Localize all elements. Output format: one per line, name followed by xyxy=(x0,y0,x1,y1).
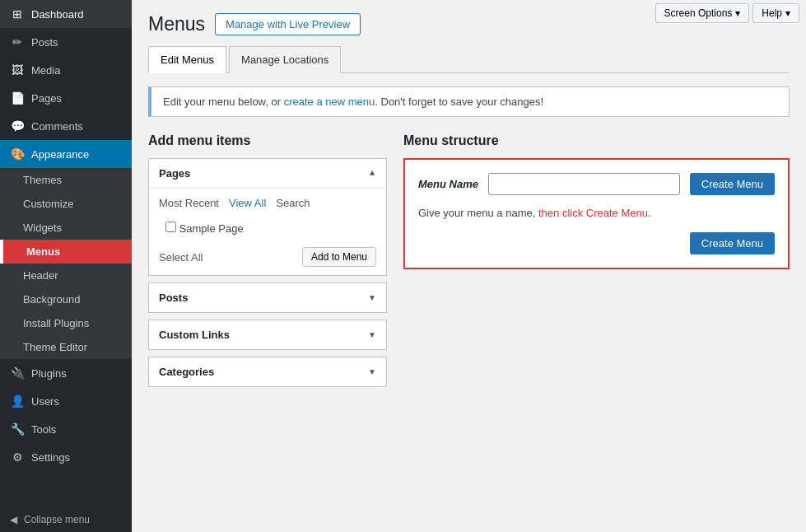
sidebar-item-background[interactable]: Background xyxy=(0,287,132,311)
posts-accordion: Posts ▼ xyxy=(148,282,387,313)
sidebar-item-header[interactable]: Header xyxy=(0,264,132,287)
sample-page-label: Sample Page xyxy=(179,222,244,235)
sidebar-item-comments[interactable]: 💬 Comments xyxy=(0,112,132,140)
sidebar-item-label: Tools xyxy=(31,423,56,436)
content-columns: Add menu items Pages ▼ Most Recent View … xyxy=(148,133,790,394)
create-menu-button-bottom[interactable]: Create Menu xyxy=(690,232,775,254)
posts-chevron-icon: ▼ xyxy=(368,293,376,302)
sidebar-item-label: Appearance xyxy=(31,148,89,161)
menu-hint-after: . xyxy=(648,207,651,219)
custom-links-chevron-icon: ▼ xyxy=(368,330,376,339)
collapse-icon: ◀ xyxy=(10,514,17,525)
appearance-submenu: Themes Customize Widgets Menus Header Ba… xyxy=(0,168,132,359)
pages-tabs: Most Recent View All Search xyxy=(159,197,376,209)
menu-structure-box: Menu Name Create Menu Give your menu a n… xyxy=(403,158,790,269)
sidebar-item-media[interactable]: 🖼 Media xyxy=(0,56,132,84)
pages-tab-most-recent[interactable]: Most Recent xyxy=(159,197,219,209)
pages-actions: Select All Add to Menu xyxy=(159,247,376,267)
menu-name-label: Menu Name xyxy=(418,178,478,190)
sidebar-item-settings[interactable]: ⚙ Settings xyxy=(0,443,132,471)
collapse-menu[interactable]: ◀ Collapse menu xyxy=(0,507,132,532)
live-preview-button[interactable]: Manage with Live Preview xyxy=(215,13,361,35)
topbar: Screen Options ▾ Help ▾ xyxy=(649,0,806,26)
posts-icon: ✏ xyxy=(10,35,25,49)
add-to-menu-button[interactable]: Add to Menu xyxy=(302,247,376,267)
help-button[interactable]: Help ▾ xyxy=(752,3,799,23)
select-all-link[interactable]: Select All xyxy=(159,251,203,264)
pages-accordion-header[interactable]: Pages ▼ xyxy=(149,159,386,188)
sidebar-item-widgets[interactable]: Widgets xyxy=(0,216,132,240)
sidebar-item-label: Posts xyxy=(31,36,58,49)
dashboard-icon: ⊞ xyxy=(10,7,25,21)
sidebar-item-posts[interactable]: ✏ Posts xyxy=(0,28,132,56)
menu-hint-before: Give your menu a name, xyxy=(418,207,538,219)
right-column: Menu structure Menu Name Create Menu Giv… xyxy=(403,133,790,394)
pages-tab-view-all[interactable]: View All xyxy=(229,197,266,209)
posts-accordion-label: Posts xyxy=(159,292,188,304)
sidebar-item-tools[interactable]: 🔧 Tools xyxy=(0,415,132,443)
plugins-icon: 🔌 xyxy=(10,366,25,380)
custom-links-accordion-header[interactable]: Custom Links ▼ xyxy=(149,320,386,349)
sidebar-item-menus[interactable]: Menus xyxy=(0,240,132,264)
create-menu-bottom-row: Create Menu xyxy=(418,232,775,254)
menu-hint-highlight: then click Create Menu xyxy=(538,207,648,219)
tab-manage-locations[interactable]: Manage Locations xyxy=(229,46,341,73)
appearance-icon: 🎨 xyxy=(10,147,25,161)
sidebar-item-pages[interactable]: 📄 Pages xyxy=(0,84,132,112)
pages-list-item: Sample Page xyxy=(159,217,376,239)
pages-icon: 📄 xyxy=(10,91,25,105)
pages-chevron-icon: ▼ xyxy=(368,169,376,178)
create-new-menu-link[interactable]: create a new menu xyxy=(284,96,375,108)
tab-edit-menus[interactable]: Edit Menus xyxy=(148,46,226,73)
chevron-down-icon-help: ▾ xyxy=(785,7,790,19)
sidebar-item-appearance[interactable]: 🎨 Appearance xyxy=(0,140,132,168)
sidebar-item-label: Settings xyxy=(31,451,70,464)
settings-icon: ⚙ xyxy=(10,450,25,464)
categories-accordion-label: Categories xyxy=(159,366,214,378)
info-bar-text-before: Edit your menu below, or xyxy=(163,96,284,108)
page-title: Menus xyxy=(148,13,205,35)
categories-accordion-header[interactable]: Categories ▼ xyxy=(149,357,386,386)
info-bar-text-after: . Don't forget to save your changes! xyxy=(375,96,543,108)
sidebar-item-label: Dashboard xyxy=(31,8,84,21)
left-column: Add menu items Pages ▼ Most Recent View … xyxy=(148,133,387,394)
sidebar-item-plugins[interactable]: 🔌 Plugins xyxy=(0,359,132,387)
categories-accordion: Categories ▼ xyxy=(148,357,387,387)
custom-links-accordion: Custom Links ▼ xyxy=(148,320,387,350)
sidebar-item-label: Media xyxy=(31,64,60,77)
custom-links-accordion-label: Custom Links xyxy=(159,329,230,341)
sidebar-item-label: Pages xyxy=(31,92,62,105)
menu-hint: Give your menu a name, then click Create… xyxy=(418,207,775,219)
menu-structure-title: Menu structure xyxy=(403,133,790,148)
pages-accordion-label: Pages xyxy=(159,167,190,180)
pages-accordion: Pages ▼ Most Recent View All Search Samp… xyxy=(148,158,387,276)
pages-accordion-content: Most Recent View All Search Sample Page … xyxy=(149,188,386,275)
users-icon: 👤 xyxy=(10,394,25,408)
tools-icon: 🔧 xyxy=(10,422,25,436)
pages-tab-search[interactable]: Search xyxy=(276,197,310,209)
categories-chevron-icon: ▼ xyxy=(368,367,376,376)
sidebar-item-theme-editor[interactable]: Theme Editor xyxy=(0,335,132,359)
posts-accordion-header[interactable]: Posts ▼ xyxy=(149,283,386,312)
sidebar-item-install-plugins[interactable]: Install Plugins xyxy=(0,311,132,335)
sidebar-item-dashboard[interactable]: ⊞ Dashboard xyxy=(0,0,132,28)
menu-name-row: Menu Name Create Menu xyxy=(418,173,775,195)
sidebar-item-themes[interactable]: Themes xyxy=(0,168,132,192)
sidebar-item-label: Users xyxy=(31,395,59,408)
menu-name-input[interactable] xyxy=(488,173,680,195)
main-content: Screen Options ▾ Help ▾ Menus Manage wit… xyxy=(132,0,806,532)
tabs-bar: Edit Menus Manage Locations xyxy=(148,45,790,73)
media-icon: 🖼 xyxy=(10,63,25,77)
sidebar-item-label: Plugins xyxy=(31,367,67,380)
sidebar-item-customize[interactable]: Customize xyxy=(0,192,132,216)
sidebar-item-users[interactable]: 👤 Users xyxy=(0,387,132,415)
sidebar: ⊞ Dashboard ✏ Posts 🖼 Media 📄 Pages 💬 Co… xyxy=(0,0,132,532)
sample-page-checkbox[interactable] xyxy=(165,222,176,232)
create-menu-button-top[interactable]: Create Menu xyxy=(690,173,775,195)
chevron-down-icon: ▾ xyxy=(735,7,740,19)
screen-options-button[interactable]: Screen Options ▾ xyxy=(655,3,750,23)
comments-icon: 💬 xyxy=(10,119,25,133)
add-menu-items-title: Add menu items xyxy=(148,133,387,148)
sidebar-item-label: Comments xyxy=(31,120,83,133)
info-bar: Edit your menu below, or create a new me… xyxy=(148,86,790,117)
